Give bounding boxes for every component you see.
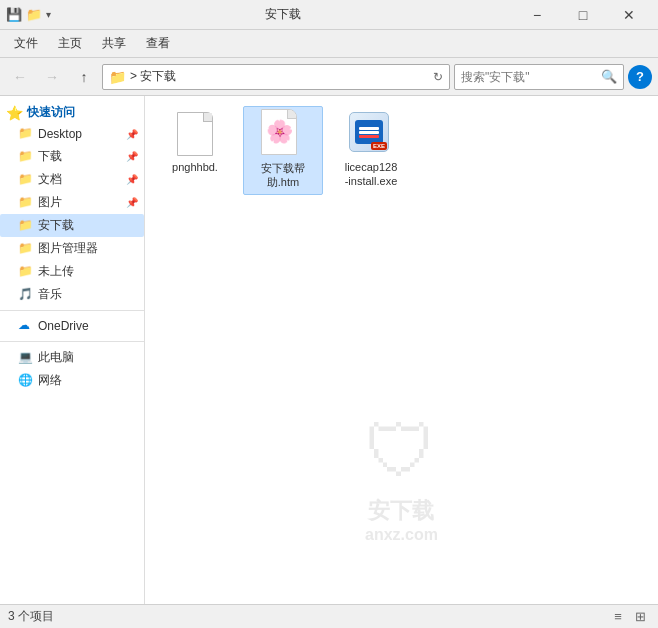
folder-icon: 📁 [18, 126, 34, 142]
watermark-text: 安下载 [368, 496, 434, 526]
menu-view[interactable]: 查看 [138, 32, 178, 55]
file-label-anxz-help: 安下载帮助.htm [261, 161, 305, 190]
pin-icon: 📌 [126, 197, 138, 208]
address-path[interactable]: > 安下载 [130, 68, 429, 85]
watermark-subtext: anxz.com [365, 526, 438, 544]
view-buttons: ≡ ⊞ [608, 608, 650, 626]
menu-file[interactable]: 文件 [6, 32, 46, 55]
sidebar-item-desktop[interactable]: 📁 Desktop 📌 [0, 123, 144, 145]
sidebar-label-network: 网络 [38, 372, 62, 389]
file-label-pnghhbd: pnghhbd. [172, 160, 218, 174]
refresh-button[interactable]: ↻ [433, 70, 443, 84]
sidebar-item-unuploaded[interactable]: 📁 未上传 [0, 260, 144, 283]
toolbar: ← → ↑ 📁 > 安下载 ↻ 🔍 ? [0, 58, 658, 96]
quick-access-icon: ⭐ [6, 105, 23, 121]
sidebar-divider [0, 310, 144, 311]
doc-icon [177, 112, 213, 156]
main-layout: ⭐ 快速访问 📁 Desktop 📌 📁 下载 📌 📁 文档 📌 📁 图片 📌 … [0, 96, 658, 604]
sidebar-label-onedrive: OneDrive [38, 319, 89, 333]
folder-icon: 📁 [18, 149, 34, 165]
exe-icon-wrap: EXE [347, 110, 395, 158]
forward-button[interactable]: → [38, 63, 66, 91]
item-count: 3 个项目 [8, 608, 54, 625]
content-area: pnghhbd. 🌸 安下载帮助.htm [145, 96, 658, 604]
title-bar: 💾 📁 ▾ 安下载 − □ ✕ [0, 0, 658, 30]
pin-icon: 📌 [126, 129, 138, 140]
quick-access-label: 快速访问 [27, 104, 75, 121]
menu-bar: 文件 主页 共享 查看 [0, 30, 658, 58]
file-label-licecap: licecap128-install.exe [345, 160, 398, 189]
minimize-button[interactable]: − [514, 0, 560, 30]
sidebar-item-downloads[interactable]: 📁 下载 📌 [0, 145, 144, 168]
onedrive-icon: ☁ [18, 318, 34, 334]
folder-icon: 📁 [18, 172, 34, 188]
help-button[interactable]: ? [628, 65, 652, 89]
sidebar-label-anxz: 安下载 [38, 217, 74, 234]
sidebar-label-picmanager: 图片管理器 [38, 240, 98, 257]
status-bar: 3 个项目 ≡ ⊞ [0, 604, 658, 628]
sidebar: ⭐ 快速访问 📁 Desktop 📌 📁 下载 📌 📁 文档 📌 📁 图片 📌 … [0, 96, 145, 604]
title-bar-icons: 💾 📁 ▾ [6, 7, 51, 22]
up-button[interactable]: ↑ [70, 63, 98, 91]
sidebar-label-music: 音乐 [38, 286, 62, 303]
back-button[interactable]: ← [6, 63, 34, 91]
title-bar-controls: − □ ✕ [514, 0, 652, 30]
search-input[interactable] [461, 70, 597, 84]
sidebar-item-onedrive[interactable]: ☁ OneDrive [0, 315, 144, 337]
folder-icon: 📁 [109, 69, 126, 85]
doc-icon-wrap [171, 110, 219, 158]
menu-home[interactable]: 主页 [50, 32, 90, 55]
htm-icon-wrap: 🌸 [259, 111, 307, 159]
quick-access-header: ⭐ 快速访问 [0, 100, 144, 123]
menu-share[interactable]: 共享 [94, 32, 134, 55]
watermark-icon: 🛡 [365, 410, 437, 492]
sidebar-item-music[interactable]: 🎵 音乐 [0, 283, 144, 306]
sidebar-item-anxz[interactable]: 📁 安下载 [0, 214, 144, 237]
file-item-anxz-help[interactable]: 🌸 安下载帮助.htm [243, 106, 323, 195]
save-icon[interactable]: 💾 [6, 7, 22, 22]
new-folder-icon[interactable]: 📁 [26, 7, 42, 22]
address-bar: 📁 > 安下载 ↻ [102, 64, 450, 90]
music-icon: 🎵 [18, 287, 34, 303]
close-button[interactable]: ✕ [606, 0, 652, 30]
sidebar-item-network[interactable]: 🌐 网络 [0, 369, 144, 392]
sidebar-label-documents: 文档 [38, 171, 62, 188]
sidebar-divider-2 [0, 341, 144, 342]
watermark: 🛡 安下载 anxz.com [365, 410, 438, 544]
pin-icon: 📌 [126, 151, 138, 162]
network-icon: 🌐 [18, 373, 34, 389]
search-bar: 🔍 [454, 64, 624, 90]
computer-icon: 💻 [18, 350, 34, 366]
file-item-licecap[interactable]: EXE licecap128-install.exe [331, 106, 411, 195]
search-icon: 🔍 [601, 69, 617, 84]
folder-icon: 📁 [18, 264, 34, 280]
large-icons-view-button[interactable]: ⊞ [630, 608, 650, 626]
details-view-button[interactable]: ≡ [608, 608, 628, 626]
file-grid: pnghhbd. 🌸 安下载帮助.htm [155, 106, 648, 195]
folder-icon: 📁 [18, 241, 34, 257]
sidebar-label-thispc: 此电脑 [38, 349, 74, 366]
sidebar-item-picmanager[interactable]: 📁 图片管理器 [0, 237, 144, 260]
sidebar-item-documents[interactable]: 📁 文档 📌 [0, 168, 144, 191]
maximize-button[interactable]: □ [560, 0, 606, 30]
title-bar-title: 安下载 [51, 6, 514, 23]
sidebar-item-thispc[interactable]: 💻 此电脑 [0, 346, 144, 369]
folder-icon: 📁 [18, 195, 34, 211]
pin-icon: 📌 [126, 174, 138, 185]
file-item-pnghhbd[interactable]: pnghhbd. [155, 106, 235, 195]
sidebar-label-desktop: Desktop [38, 127, 82, 141]
sidebar-label-unuploaded: 未上传 [38, 263, 74, 280]
sidebar-item-pictures[interactable]: 📁 图片 📌 [0, 191, 144, 214]
sidebar-label-downloads: 下载 [38, 148, 62, 165]
folder-icon: 📁 [18, 218, 34, 234]
sidebar-label-pictures: 图片 [38, 194, 62, 211]
